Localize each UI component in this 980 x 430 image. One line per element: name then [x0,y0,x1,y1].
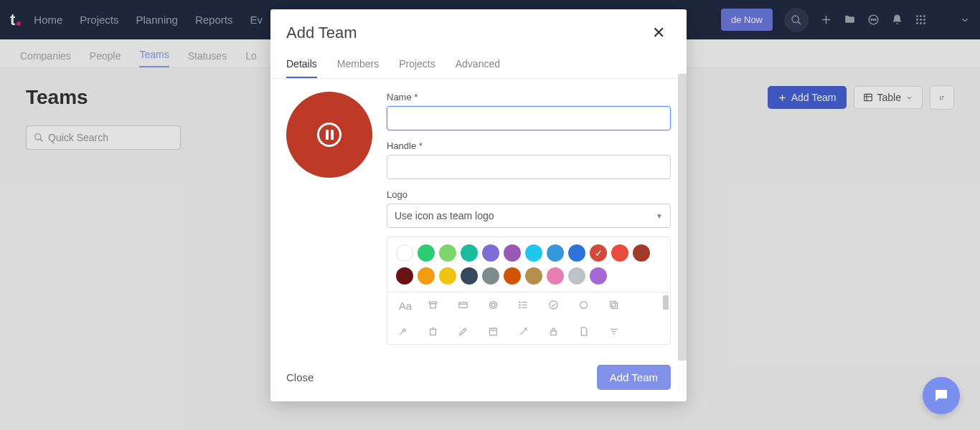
icon-trash[interactable] [428,326,443,337]
tab-advanced[interactable]: Advanced [456,51,500,78]
icon-scrollbar[interactable] [663,295,669,310]
color-swatch[interactable] [461,244,478,262]
chevron-down-icon: ▼ [656,212,663,220]
svg-rect-49 [490,328,497,335]
logo-select[interactable]: Use icon as team logo ▼ [387,204,671,228]
color-swatch[interactable] [396,244,413,262]
color-swatch[interactable] [504,267,521,285]
color-swatch[interactable] [439,244,456,262]
icon-file[interactable] [578,326,594,337]
icon-card[interactable] [458,300,473,312]
icon-archive[interactable] [428,300,443,312]
svg-rect-29 [430,304,436,308]
color-swatch[interactable] [482,244,499,262]
svg-point-45 [403,329,406,332]
tab-projects[interactable]: Projects [399,51,435,78]
svg-rect-42 [612,303,618,309]
color-swatch[interactable] [504,244,521,262]
svg-point-38 [519,305,520,305]
svg-rect-30 [459,302,467,308]
icon-filter[interactable] [608,326,624,337]
icon-text[interactable]: Aa [397,300,413,312]
svg-rect-54 [551,331,557,335]
handle-input[interactable] [387,155,671,179]
chat-fab[interactable] [923,377,960,414]
close-icon[interactable]: ✕ [652,24,665,42]
color-swatch[interactable] [461,267,478,285]
color-swatch[interactable] [439,267,456,285]
color-picker [387,236,671,292]
color-swatch[interactable] [418,244,435,262]
logo-label: Logo [387,189,671,200]
svg-point-39 [519,307,520,308]
icon-picker: Aa [387,292,671,345]
modal-tabs: Details Members Projects Advanced [270,51,687,79]
modal-title: Add Team [286,24,357,42]
icon-circle[interactable] [578,300,594,312]
color-swatch[interactable] [547,244,564,262]
icon-lock[interactable] [548,326,564,337]
tab-details[interactable]: Details [286,51,317,78]
icon-calendar[interactable] [488,326,504,337]
name-input[interactable] [387,106,671,130]
color-swatch[interactable] [611,244,628,262]
team-avatar-preview[interactable] [286,92,372,178]
color-swatch[interactable] [525,267,542,285]
color-swatch[interactable] [525,244,542,262]
pause-icon [317,123,341,147]
color-swatch[interactable] [590,267,607,285]
svg-point-33 [491,303,495,307]
svg-rect-46 [430,329,436,335]
icon-pin[interactable] [397,326,413,337]
svg-line-44 [400,331,403,335]
icon-target[interactable] [488,300,504,312]
svg-point-32 [490,302,497,309]
add-team-modal: Add Team ✕ Details Members Projects Adva… [270,9,687,401]
icon-list[interactable] [518,300,534,312]
modal-scrollbar-thumb[interactable] [678,74,687,360]
color-swatch[interactable] [418,267,435,285]
icon-check-circle[interactable] [548,300,564,312]
svg-line-53 [520,328,527,335]
color-swatch[interactable] [396,267,413,285]
submit-add-team-button[interactable]: Add Team [597,365,671,390]
name-label: Name * [387,92,671,102]
handle-label: Handle * [387,140,671,151]
svg-point-41 [580,302,588,309]
color-swatch[interactable] [633,244,650,262]
icon-copy[interactable] [608,300,624,312]
color-swatch[interactable] [482,267,499,285]
svg-rect-43 [611,302,616,307]
color-swatch[interactable] [590,244,607,262]
tab-members[interactable]: Members [337,51,379,78]
close-button[interactable]: Close [286,371,314,383]
svg-point-40 [550,301,557,309]
color-swatch[interactable] [568,244,585,262]
color-swatch[interactable] [547,267,564,285]
svg-point-37 [519,302,520,302]
icon-expand[interactable] [518,326,534,337]
color-swatch[interactable] [568,267,585,285]
icon-pencil[interactable] [458,326,473,337]
